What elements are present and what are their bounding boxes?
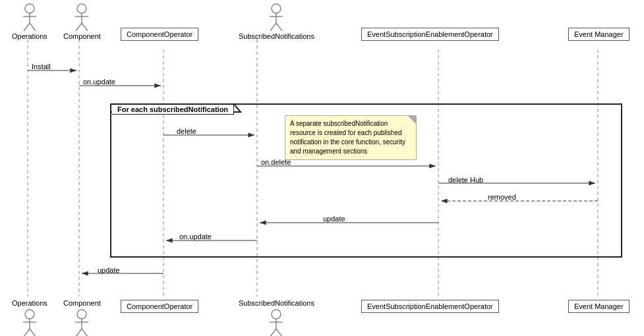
svg-point-43	[272, 310, 281, 319]
msg-onupdate1: on.update	[83, 78, 115, 86]
actor-componentoperator-top: ComponentOperator	[121, 28, 198, 41]
msg-install: Install	[32, 63, 51, 70]
msg-update1: update	[323, 215, 345, 223]
note-box: A separate subscribedNotification resour…	[285, 115, 417, 160]
actor-eventmgr-bottom-box: Event Manager	[568, 300, 629, 313]
actor-operations-top-label: Operations	[12, 32, 47, 40]
actor-eventmgr-top: Event Manager	[568, 28, 629, 41]
actor-eventsub-top-box: EventSubscriptionEnablementOperator	[361, 28, 499, 41]
actor-subscribed-top: SubscribedNotifications	[239, 3, 314, 40]
note-text: A separate subscribedNotification resour…	[290, 120, 405, 155]
svg-point-23	[77, 4, 86, 13]
msg-update2: update	[98, 266, 120, 274]
msg-removed: removed	[488, 193, 516, 201]
actor-operations-top: Operations	[12, 3, 47, 40]
svg-point-33	[25, 310, 34, 319]
svg-line-46	[270, 329, 276, 336]
svg-line-27	[82, 23, 88, 31]
svg-line-41	[76, 329, 82, 336]
svg-line-21	[24, 23, 30, 31]
msg-ondelete: on.delete	[261, 158, 291, 166]
actor-eventsub-bottom: EventSubscriptionEnablementOperator	[361, 300, 499, 313]
sequence-diagram: Operations Component ComponentOperator S…	[0, 0, 644, 336]
svg-line-36	[24, 329, 30, 336]
actor-component-bottom: Component	[63, 298, 101, 336]
svg-line-32	[276, 23, 282, 31]
svg-point-28	[272, 4, 281, 13]
actor-subscribed-top-label: SubscribedNotifications	[239, 32, 314, 40]
msg-onupdate2: on.update	[179, 233, 212, 240]
actor-componentoperator-bottom-box: ComponentOperator	[121, 300, 198, 313]
svg-line-47	[276, 329, 282, 336]
actor-component-top: Component	[63, 3, 101, 40]
svg-line-26	[76, 23, 82, 31]
actor-subscribed-bottom: SubscribedNotifications	[239, 298, 314, 336]
svg-point-38	[77, 310, 86, 319]
actor-eventmgr-top-box: Event Manager	[568, 28, 629, 41]
actor-subscribed-bottom-label: SubscribedNotifications	[239, 299, 314, 307]
msg-delete: delete	[177, 127, 196, 135]
svg-point-18	[25, 4, 34, 13]
frame-label: For each subscribedNotification	[112, 105, 234, 115]
actor-operations-bottom: Operations	[12, 298, 47, 336]
svg-line-31	[270, 23, 276, 31]
actor-operations-bottom-label: Operations	[12, 299, 47, 307]
svg-line-42	[82, 329, 88, 336]
actor-eventmgr-bottom: Event Manager	[568, 300, 629, 313]
msg-deletehub: delete Hub	[448, 176, 483, 184]
actor-eventsub-bottom-box: EventSubscriptionEnablementOperator	[361, 300, 499, 313]
svg-line-22	[30, 23, 36, 31]
actor-component-bottom-label: Component	[63, 299, 101, 307]
actor-component-top-label: Component	[63, 32, 101, 40]
actor-componentoperator-top-box: ComponentOperator	[121, 28, 198, 41]
svg-line-37	[30, 329, 36, 336]
actor-componentoperator-bottom: ComponentOperator	[121, 300, 198, 313]
actor-eventsub-top: EventSubscriptionEnablementOperator	[361, 28, 499, 41]
